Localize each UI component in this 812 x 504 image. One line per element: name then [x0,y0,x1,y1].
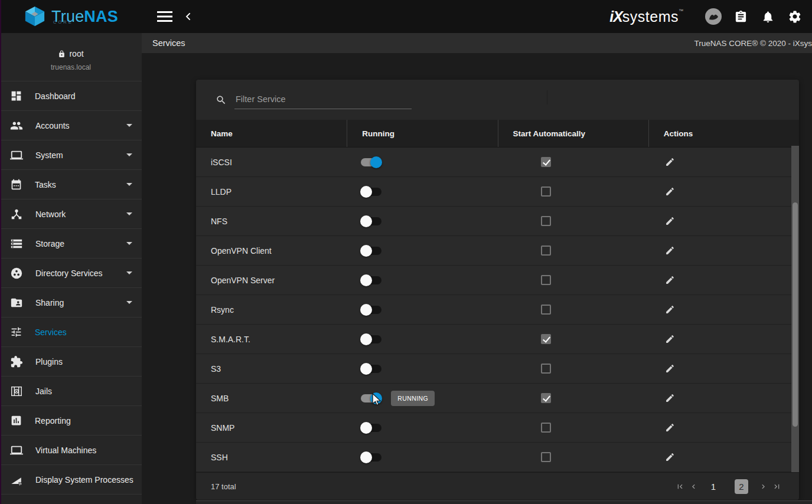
tasks-icon [10,178,22,191]
edit-pencil-icon[interactable] [665,423,675,433]
autostart-checkbox[interactable] [541,423,551,433]
sidebar-item-dashboard[interactable]: Dashboard [0,81,142,110]
autostart-checkbox[interactable] [541,275,551,285]
running-toggle[interactable] [360,274,382,286]
running-toggle[interactable] [360,156,382,168]
menu-icon[interactable] [156,8,174,25]
column-header-start-automatically[interactable]: Start Automatically [498,120,648,147]
service-name: OpenVPN Server [196,266,347,294]
service-name: S.M.A.R.T. [196,325,347,354]
first-page-icon[interactable] [676,482,684,491]
column-header-running[interactable]: Running [347,120,497,147]
filter-row [196,80,799,120]
autostart-checkbox[interactable] [541,246,551,256]
sidebar: root truenas.local Dashboard Accounts Sy… [0,33,142,504]
running-toggle[interactable] [360,304,382,316]
autostart-checkbox[interactable] [541,393,551,403]
edit-pencil-icon[interactable] [665,393,675,403]
edit-pencil-icon[interactable] [665,452,675,462]
ix-mark: iX [609,8,622,25]
running-toggle[interactable] [360,451,382,463]
service-name: iSCSI [196,148,347,176]
column-header-name[interactable]: Name [196,120,347,147]
service-name: S3 [196,354,347,383]
table-row: iSCSI [196,148,799,177]
truenas-sphere-icon[interactable] [700,5,727,28]
service-name: SNMP [196,413,347,442]
system-icon [10,149,23,162]
table-body: iSCSI LLDP NFS Op [196,148,799,472]
edit-pencil-icon[interactable] [665,305,675,315]
dashboard-icon [10,90,22,102]
running-tooltip: RUNNING [391,391,435,406]
sidebar-item-plugins[interactable]: Plugins [0,346,142,376]
brand-wordmark: TrueNAS CORE [51,9,118,25]
edit-pencil-icon[interactable] [665,157,675,167]
sidebar-item-virtual-machines[interactable]: Virtual Machines [0,435,142,464]
autostart-checkbox[interactable] [541,364,551,374]
edit-pencil-icon[interactable] [665,246,675,256]
running-toggle[interactable] [360,186,382,198]
sidebar-item-accounts[interactable]: Accounts [0,110,142,140]
topbar-actions: iXsystems™ [609,5,812,28]
back-icon[interactable] [181,8,196,25]
running-toggle[interactable] [360,333,382,345]
running-toggle[interactable] [360,215,382,227]
table-row: Rsync [196,295,799,325]
last-page-icon[interactable] [772,482,781,491]
table-scrollbar[interactable] [791,146,799,474]
page-number-2-current[interactable]: 2 [735,479,748,494]
display-system-processes-icon [10,473,23,486]
filter-service-input[interactable] [234,91,412,109]
autostart-checkbox[interactable] [541,216,551,226]
prev-page-icon[interactable] [689,482,698,491]
running-toggle[interactable] [360,245,382,257]
table-row: LLDP [196,177,799,207]
sidebar-item-reporting[interactable]: Reporting [0,405,142,435]
sidebar-item-system[interactable]: System [0,140,142,169]
truenas-logo: TrueNAS CORE [0,6,142,27]
window-edge-stripe [0,0,1,504]
chevron-down-icon [126,301,132,304]
running-toggle[interactable] [360,422,382,434]
autostart-checkbox[interactable] [541,305,551,315]
sidebar-item-jails[interactable]: Jails [0,376,142,405]
notifications-bell-icon[interactable] [754,5,781,28]
sidebar-item-sharing[interactable]: Sharing [0,287,142,317]
page-number-1[interactable]: 1 [711,482,716,492]
sidebar-item-storage[interactable]: Storage [0,228,142,258]
running-toggle[interactable] [360,363,382,375]
next-page-icon[interactable] [759,482,768,491]
settings-gear-icon[interactable] [781,5,808,28]
mouse-cursor [369,392,382,409]
autostart-checkbox[interactable] [541,334,551,344]
truenas-app-window: TrueNAS CORE iXsystems™ [0,0,812,504]
chevron-down-icon [126,212,132,215]
scrollbar-thumb[interactable] [793,202,798,427]
page-title: Services [142,38,185,48]
edit-pencil-icon[interactable] [665,275,675,285]
plugins-icon [10,355,23,368]
edit-pencil-icon[interactable] [665,216,675,226]
virtual-machines-icon [10,444,23,457]
autostart-checkbox[interactable] [541,157,551,167]
sidebar-item-services[interactable]: Services [0,317,142,346]
column-header-actions[interactable]: Actions [648,120,799,147]
directory-services-icon [10,267,23,280]
autostart-checkbox[interactable] [541,186,551,197]
chevron-down-icon [126,153,132,156]
edit-pencil-icon[interactable] [665,186,675,197]
tasks-clipboard-icon[interactable] [727,5,754,28]
topbar: TrueNAS CORE iXsystems™ [0,0,812,33]
sidebar-item-network[interactable]: Network [0,199,142,228]
sidebar-item-tasks[interactable]: Tasks [0,169,142,199]
edit-pencil-icon[interactable] [665,364,675,374]
autostart-checkbox[interactable] [541,452,551,462]
sidebar-item-display-system-processes[interactable]: Display System Processes [0,464,142,494]
table-row: SSH [196,443,799,472]
sidebar-nav: Dashboard Accounts System Tasks Network [0,81,142,504]
sidebar-item-directory-services[interactable]: Directory Services [0,258,142,287]
edit-pencil-icon[interactable] [665,334,675,344]
table-header: Name Running Start Automatically Actions [196,120,799,148]
ixsystems-logo: iXsystems™ [609,8,683,25]
